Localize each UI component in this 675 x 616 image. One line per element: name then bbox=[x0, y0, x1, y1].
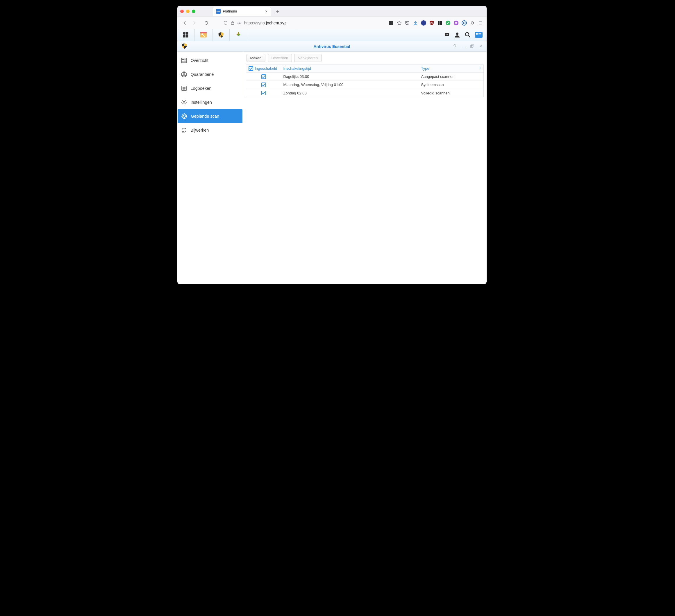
svg-rect-6 bbox=[389, 23, 391, 25]
sidebar-item-logboeken[interactable]: Logboeken bbox=[177, 81, 243, 95]
lock-icon bbox=[230, 21, 235, 25]
dsm-widgets-icon[interactable] bbox=[475, 32, 482, 38]
cell-type: Aangepast scannen bbox=[419, 73, 477, 81]
row-checkbox[interactable] bbox=[261, 74, 266, 79]
create-button[interactable]: Maken bbox=[246, 54, 266, 62]
svg-rect-28 bbox=[476, 33, 477, 34]
new-tab-button[interactable]: ＋ bbox=[275, 8, 280, 15]
delete-button[interactable]: Verwijderen bbox=[294, 54, 321, 62]
app-minimize-button[interactable]: — bbox=[460, 43, 467, 50]
svg-rect-39 bbox=[182, 61, 186, 62]
extension-icon-2[interactable] bbox=[437, 20, 442, 25]
sidebar-item-geplande-scan[interactable]: Geplande scan bbox=[177, 109, 242, 123]
zoom-window-button[interactable] bbox=[192, 10, 195, 13]
svg-rect-0 bbox=[231, 23, 234, 24]
content-pane: Maken Bewerken Verwijderen Ingeschakeld bbox=[243, 52, 486, 284]
svg-rect-22 bbox=[200, 32, 207, 33]
antivirus-app: Antivirus Essential — ✕ bbox=[177, 41, 486, 284]
extension-icon-green[interactable] bbox=[445, 20, 451, 25]
dsm-taskbar-app-1[interactable] bbox=[195, 29, 212, 41]
svg-point-25 bbox=[447, 34, 448, 34]
browser-tabstrip: DSM Platinum × ＋ bbox=[177, 6, 486, 17]
close-window-button[interactable] bbox=[180, 10, 184, 13]
logs-icon bbox=[181, 85, 187, 92]
reload-button[interactable] bbox=[202, 19, 211, 27]
column-options-button[interactable]: ⋮ bbox=[477, 65, 483, 73]
sidebar-item-quarantaine[interactable]: Quarantaine bbox=[177, 67, 243, 81]
extension-icon-purple[interactable] bbox=[453, 20, 459, 25]
dsm-search-icon[interactable] bbox=[464, 32, 471, 38]
cell-time: Maandag, Woensdag, Vrijdag 01:00 bbox=[281, 81, 419, 89]
sidebar-item-instellingen[interactable]: Instellingen bbox=[177, 95, 243, 109]
app-titlebar: Antivirus Essential — ✕ bbox=[177, 41, 486, 52]
svg-point-27 bbox=[465, 32, 469, 36]
sidebar-item-label: Overzicht bbox=[191, 58, 209, 63]
table-row[interactable]: Maandag, Woensdag, Vrijdag 01:00 Systeem… bbox=[246, 81, 483, 89]
tab-close-button[interactable]: × bbox=[265, 9, 268, 14]
dsm-user-icon[interactable] bbox=[454, 32, 460, 38]
app-help-button[interactable] bbox=[452, 43, 458, 50]
cell-time: Dagelijks 03:00 bbox=[281, 73, 419, 81]
table-row[interactable]: Dagelijks 03:00 Aangepast scannen bbox=[246, 73, 483, 81]
bookmark-star-icon[interactable] bbox=[396, 20, 402, 25]
sidebar-item-label: Bijwerken bbox=[191, 128, 209, 133]
svg-rect-29 bbox=[478, 33, 481, 34]
hamburger-menu-icon[interactable] bbox=[478, 20, 483, 25]
column-header-time[interactable]: Inschakelingstijd bbox=[281, 65, 419, 73]
svg-rect-8 bbox=[438, 21, 440, 23]
sidebar-item-overzicht[interactable]: Overzicht bbox=[177, 54, 243, 67]
app-maximize-button[interactable] bbox=[469, 43, 475, 50]
app-icon bbox=[181, 43, 187, 50]
sidebar-item-label: Logboeken bbox=[191, 86, 212, 91]
edit-button[interactable]: Bewerken bbox=[268, 54, 292, 62]
back-button[interactable] bbox=[181, 19, 189, 27]
column-header-type[interactable]: Type bbox=[419, 65, 477, 73]
tab-title: Platinum bbox=[223, 9, 237, 13]
svg-rect-4 bbox=[389, 21, 391, 23]
cell-type: Volledig scannen bbox=[419, 89, 477, 97]
extension-icon-1password[interactable] bbox=[462, 20, 467, 25]
reader-view-icon[interactable] bbox=[388, 20, 394, 25]
app-close-button[interactable]: ✕ bbox=[478, 43, 484, 50]
dsm-taskbar-download[interactable] bbox=[230, 29, 247, 41]
sidebar-item-label: Instellingen bbox=[191, 100, 212, 105]
svg-rect-37 bbox=[184, 59, 186, 60]
dsm-taskbar-antivirus[interactable] bbox=[212, 29, 230, 41]
overview-icon bbox=[181, 57, 187, 64]
row-checkbox[interactable] bbox=[261, 83, 266, 87]
ublock-icon[interactable]: uO bbox=[429, 20, 434, 25]
svg-point-24 bbox=[446, 34, 447, 34]
browser-tab[interactable]: DSM Platinum × bbox=[213, 7, 271, 16]
download-icon[interactable] bbox=[413, 20, 418, 25]
sidebar-item-label: Quarantaine bbox=[191, 72, 214, 77]
minimize-window-button[interactable] bbox=[186, 10, 190, 13]
app-title: Antivirus Essential bbox=[313, 44, 350, 49]
tab-favicon: DSM bbox=[216, 9, 221, 14]
column-header-enabled[interactable]: Ingeschakeld bbox=[246, 65, 281, 73]
dsm-chat-icon[interactable] bbox=[444, 32, 450, 38]
dsm-main-menu[interactable] bbox=[177, 29, 195, 41]
action-toolbar: Maken Bewerken Verwijderen bbox=[246, 54, 484, 64]
select-all-checkbox[interactable] bbox=[248, 66, 253, 71]
svg-rect-35 bbox=[181, 58, 186, 63]
svg-point-21 bbox=[202, 33, 203, 35]
sidebar: Overzicht Quarantaine Logboeken bbox=[177, 52, 243, 284]
table-header: Ingeschakeld Inschakelingstijd Type ⋮ bbox=[246, 65, 483, 73]
radiation-icon bbox=[181, 71, 187, 78]
refresh-icon bbox=[181, 127, 187, 134]
svg-point-46 bbox=[183, 101, 185, 103]
svg-point-32 bbox=[455, 48, 455, 48]
row-checkbox[interactable] bbox=[261, 91, 266, 95]
svg-rect-10 bbox=[438, 23, 440, 25]
overflow-icon[interactable] bbox=[470, 20, 475, 25]
address-bar[interactable]: https://syno.jochem.xyz bbox=[223, 21, 381, 25]
svg-rect-5 bbox=[391, 21, 393, 23]
sidebar-item-bijwerken[interactable]: Bijwerken bbox=[177, 123, 243, 137]
cell-time: Zondag 02:00 bbox=[281, 89, 419, 97]
pocket-icon[interactable] bbox=[405, 20, 410, 25]
svg-rect-38 bbox=[184, 60, 186, 61]
extension-icon-1[interactable] bbox=[421, 20, 426, 25]
table-row[interactable]: Zondag 02:00 Volledig scannen bbox=[246, 89, 483, 97]
svg-rect-18 bbox=[183, 35, 185, 37]
forward-button[interactable] bbox=[190, 19, 198, 27]
